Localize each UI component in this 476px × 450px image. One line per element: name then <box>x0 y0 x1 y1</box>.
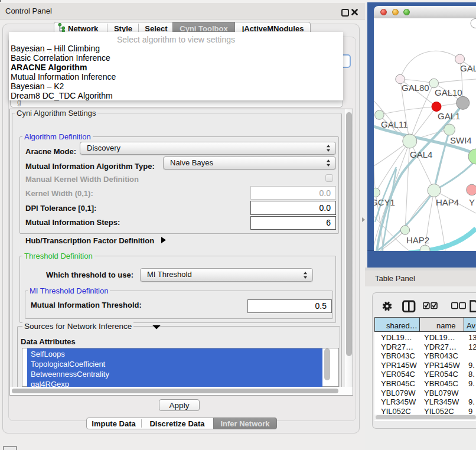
svg-text:HAP4: HAP4 <box>436 197 459 207</box>
svg-text:GCY1: GCY1 <box>374 197 395 207</box>
svg-text:GAL11: GAL11 <box>381 119 408 129</box>
svg-text:GAL80: GAL80 <box>402 83 429 93</box>
svg-text:GAL: GAL <box>460 63 476 73</box>
svg-text:GAL10: GAL10 <box>435 87 462 97</box>
svg-text:GAL4: GAL4 <box>410 149 432 159</box>
svg-text:HAP2: HAP2 <box>406 235 429 245</box>
svg-text:Y: Y <box>469 197 475 207</box>
svg-text:GAL1: GAL1 <box>438 111 460 121</box>
svg-text:SWI4: SWI4 <box>450 135 472 145</box>
